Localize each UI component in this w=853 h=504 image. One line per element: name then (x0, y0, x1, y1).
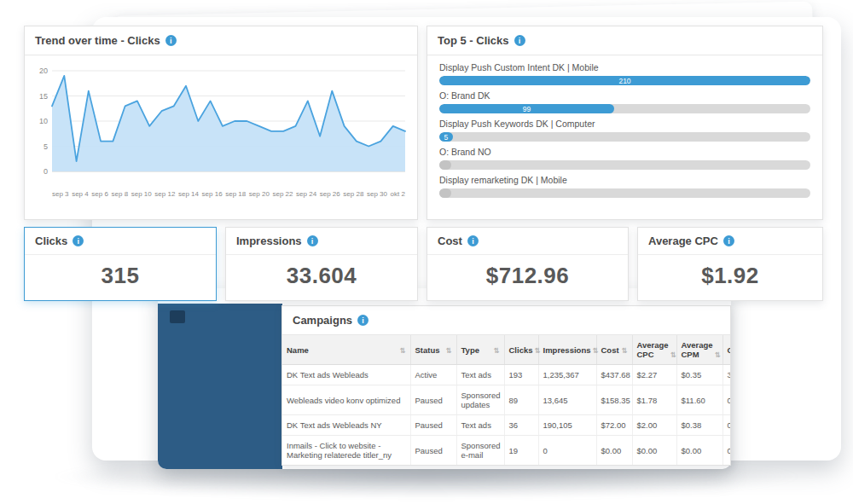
sort-icon[interactable]: ⇅ (445, 346, 451, 355)
campaign-row[interactable]: DK Text ads WebleadsActiveText ads1931,2… (282, 365, 731, 385)
campaign-cell: $0.00 (676, 436, 722, 466)
campaign-cell: $72.00 (596, 415, 632, 436)
info-icon[interactable]: i (73, 235, 84, 246)
bar-track (439, 188, 810, 198)
campaign-cell: Text ads (456, 365, 504, 385)
column-header[interactable]: Average CPC⇅ (632, 335, 676, 365)
svg-text:5: 5 (44, 142, 48, 151)
campaign-cell: 193 (504, 365, 538, 385)
top5-bar[interactable]: Display Push Custom Intent DK | Mobile21… (439, 62, 810, 85)
kpi-card-clicks[interactable]: Clicks i 315 (24, 227, 217, 301)
kpi-card-cost[interactable]: Cost i $712.96 (426, 227, 629, 301)
campaign-cell: 3 (722, 365, 731, 385)
column-header[interactable]: Impressions⇅ (538, 335, 596, 365)
bar-track: 5 (439, 132, 810, 142)
x-tick-label: sep 6 (91, 190, 108, 198)
sort-icon[interactable]: ⇅ (670, 350, 676, 359)
trend-chart-area: 05101520 sep 3sep 4sep 6sep 8sep 10sep 1… (25, 55, 417, 198)
bar-label: Display remarketing DK | Mobile (439, 175, 810, 185)
info-icon[interactable]: i (467, 235, 479, 246)
campaigns-card-title: Campaigns (293, 314, 352, 327)
sort-icon[interactable]: ⇅ (592, 346, 598, 355)
column-header[interactable]: Average CPM⇅ (676, 335, 722, 365)
campaign-cell: 0 (722, 385, 731, 415)
campaign-cell: 1,235,367 (538, 365, 596, 385)
svg-text:20: 20 (39, 67, 48, 75)
column-header-label: Average CPM (682, 340, 713, 359)
kpi-label: Average CPC (648, 235, 718, 247)
trend-x-labels: sep 3sep 4sep 6sep 8sep 10sep 12sep 14se… (52, 190, 405, 198)
campaign-cell: Text ads (456, 415, 504, 436)
sort-icon[interactable]: ⇅ (535, 346, 541, 355)
column-header[interactable]: Clicks⇅ (504, 335, 538, 365)
campaign-row[interactable]: DK Text ads Webleads NYPausedText ads361… (282, 415, 731, 436)
top5-bar[interactable]: O: Brand DK99 (439, 90, 810, 113)
kpi-value: 315 (25, 255, 216, 289)
info-icon[interactable]: i (357, 315, 368, 326)
campaign-cell: 36 (504, 415, 538, 436)
column-header[interactable]: Name⇅ (282, 335, 410, 365)
kpi-header: Cost i (427, 228, 628, 255)
column-header[interactable]: Type⇅ (456, 335, 504, 365)
bar-track: 99 (439, 104, 810, 113)
kpi-header: Clicks i (25, 228, 216, 255)
campaign-name-link[interactable]: Webleads video konv optimized (282, 385, 410, 415)
column-header[interactable]: C⇅ (722, 335, 731, 365)
campaign-name-link[interactable]: DK Text ads Webleads (282, 365, 410, 385)
column-header-label: Type (461, 345, 479, 355)
info-icon[interactable]: i (307, 235, 318, 246)
svg-text:15: 15 (39, 92, 48, 101)
x-tick-label: sep 24 (296, 190, 316, 198)
info-icon[interactable]: i (514, 35, 525, 46)
campaign-row[interactable]: Inmails - Click to website - Marketing r… (282, 436, 731, 466)
x-tick-label: sep 10 (131, 190, 152, 198)
kpi-card-impressions[interactable]: Impressions i 33.604 (225, 227, 418, 301)
trend-chart: 05101520 (30, 62, 412, 187)
campaign-cell: $0.00 (632, 436, 676, 466)
column-header-label: Clicks (509, 345, 533, 355)
sidebar-logo (170, 310, 185, 323)
svg-text:0: 0 (44, 167, 48, 176)
campaign-row[interactable]: Webleads video konv optimizedPausedSpons… (282, 385, 731, 415)
kpi-card-average-cpc[interactable]: Average CPC i $1.92 (637, 227, 823, 301)
info-icon[interactable]: i (723, 235, 734, 246)
x-tick-label: sep 14 (178, 190, 199, 198)
campaign-cell: $0.00 (596, 436, 632, 466)
column-header-label: Average CPC (637, 340, 669, 359)
top5-card-title: Top 5 - Clicks (438, 34, 509, 47)
x-tick-label: sep 30 (367, 190, 387, 198)
x-tick-label: sep 28 (343, 190, 363, 198)
kpi-header: Impressions i (226, 228, 417, 255)
campaign-cell: $437.68 (596, 365, 632, 385)
x-tick-label: sep 22 (272, 190, 293, 198)
campaign-cell: 0 (722, 415, 731, 436)
top5-bar[interactable]: Display remarketing DK | Mobile (439, 175, 810, 198)
column-header[interactable]: Cost⇅ (596, 335, 632, 365)
column-header[interactable]: Status⇅ (410, 335, 456, 365)
info-icon[interactable]: i (165, 35, 177, 46)
kpi-value: 33.604 (226, 255, 417, 289)
bar-track: 210 (439, 76, 810, 85)
top5-bar[interactable]: Display Push Keywords DK | Computer5 (439, 119, 810, 142)
kpi-label: Impressions (236, 235, 302, 247)
bar-fill (439, 160, 451, 170)
campaign-cell: Paused (410, 436, 456, 466)
campaign-cell: 19 (504, 436, 538, 466)
sort-icon[interactable]: ⇅ (399, 346, 405, 355)
campaign-cell: Sponsored updates (456, 385, 504, 415)
sort-icon[interactable]: ⇅ (715, 350, 721, 359)
sort-icon[interactable]: ⇅ (621, 346, 627, 355)
top5-clicks-card: Top 5 - Clicks i Display Push Custom Int… (426, 26, 823, 220)
bar-fill: 5 (439, 132, 453, 142)
trend-card-header: Trend over time - Clicks i (25, 26, 417, 55)
campaign-name-link[interactable]: DK Text ads Webleads NY (282, 415, 410, 436)
campaigns-card-header: Campaigns i (282, 306, 730, 335)
campaigns-table: Name⇅Status⇅Type⇅Clicks⇅Impressions⇅Cost… (282, 335, 731, 466)
svg-text:10: 10 (39, 117, 48, 125)
campaign-cell: $158.35 (596, 385, 632, 415)
campaign-name-link[interactable]: Inmails - Click to website - Marketing r… (282, 436, 410, 466)
bar-fill: 99 (439, 104, 614, 113)
sort-icon[interactable]: ⇅ (493, 346, 499, 355)
kpi-label: Cost (438, 235, 462, 247)
top5-bar[interactable]: O: Brand NO (439, 147, 810, 170)
